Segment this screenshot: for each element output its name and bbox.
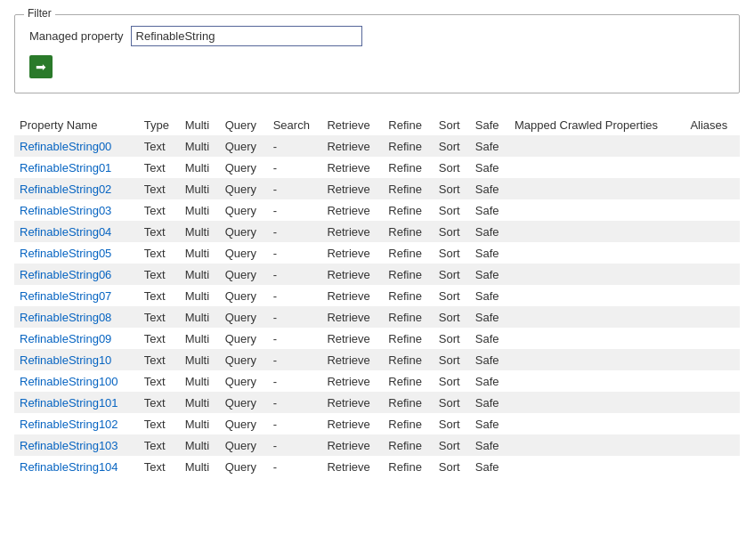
table-cell: Query (220, 264, 268, 285)
property-name-link[interactable]: RefinableString104 (14, 456, 139, 477)
table-cell: Query (220, 242, 268, 264)
table-cell: - (268, 349, 322, 370)
table-cell: Refine (383, 285, 434, 306)
table-cell: - (268, 456, 322, 477)
table-cell: Multi (180, 285, 220, 306)
table-cell: Safe (470, 434, 509, 456)
table-cell: Retrieve (321, 178, 383, 199)
table-cell: - (268, 199, 322, 221)
property-name-link[interactable]: RefinableString00 (14, 135, 139, 157)
table-cell: Refine (383, 306, 434, 328)
table-cell: Sort (434, 328, 470, 349)
table-cell: Refine (383, 135, 434, 157)
table-cell (509, 370, 685, 392)
table-cell: Refine (383, 328, 434, 349)
table-cell: Retrieve (321, 306, 383, 328)
table-cell: Safe (470, 370, 509, 392)
table-cell: Text (139, 370, 180, 392)
table-cell: - (268, 285, 322, 306)
table-cell: Safe (470, 157, 509, 178)
table-cell: Multi (180, 392, 220, 413)
table-cell: Sort (434, 157, 470, 178)
table-cell: Multi (180, 199, 220, 221)
col-multi: Multi (180, 115, 220, 135)
table-cell: Text (139, 221, 180, 242)
property-name-link[interactable]: RefinableString101 (14, 392, 139, 413)
table-row: RefinableString04TextMultiQuery-Retrieve… (14, 221, 740, 242)
table-row: RefinableString03TextMultiQuery-Retrieve… (14, 199, 740, 221)
property-name-link[interactable]: RefinableString07 (14, 285, 139, 306)
property-name-link[interactable]: RefinableString03 (14, 199, 139, 221)
table-cell (509, 135, 685, 157)
table-cell: Text (139, 242, 180, 264)
managed-property-input[interactable] (131, 26, 362, 46)
table-cell: Multi (180, 221, 220, 242)
table-cell: Multi (180, 242, 220, 264)
table-row: RefinableString10TextMultiQuery-Retrieve… (14, 349, 740, 370)
properties-table: Property Name Type Multi Query Search Re… (14, 115, 740, 477)
table-cell (509, 242, 685, 264)
table-cell (685, 264, 740, 285)
table-cell: Safe (470, 178, 509, 199)
table-cell (509, 413, 685, 434)
table-cell (509, 221, 685, 242)
filter-go-button[interactable]: ➡ (29, 55, 53, 78)
table-cell: Text (139, 456, 180, 477)
property-name-link[interactable]: RefinableString02 (14, 178, 139, 199)
table-cell: - (268, 413, 322, 434)
property-name-link[interactable]: RefinableString102 (14, 413, 139, 434)
table-cell: Retrieve (321, 157, 383, 178)
property-name-link[interactable]: RefinableString05 (14, 242, 139, 264)
table-cell: Safe (470, 349, 509, 370)
table-cell: Text (139, 135, 180, 157)
property-name-link[interactable]: RefinableString10 (14, 349, 139, 370)
table-cell: - (268, 328, 322, 349)
property-name-link[interactable]: RefinableString100 (14, 370, 139, 392)
property-name-link[interactable]: RefinableString09 (14, 328, 139, 349)
property-name-link[interactable]: RefinableString06 (14, 264, 139, 285)
property-name-link[interactable]: RefinableString08 (14, 306, 139, 328)
table-cell: Safe (470, 306, 509, 328)
table-cell: Refine (383, 456, 434, 477)
table-row: RefinableString02TextMultiQuery-Retrieve… (14, 178, 740, 199)
table-row: RefinableString103TextMultiQuery-Retriev… (14, 434, 740, 456)
table-row: RefinableString100TextMultiQuery-Retriev… (14, 370, 740, 392)
table-container: Property Name Type Multi Query Search Re… (14, 115, 740, 477)
table-row: RefinableString08TextMultiQuery-Retrieve… (14, 306, 740, 328)
col-sort: Sort (434, 115, 470, 135)
table-cell: Refine (383, 199, 434, 221)
table-cell (685, 306, 740, 328)
table-cell: Multi (180, 349, 220, 370)
managed-property-label: Managed property (29, 29, 124, 43)
table-cell: - (268, 135, 322, 157)
table-cell: Query (220, 199, 268, 221)
table-cell: - (268, 242, 322, 264)
table-cell: Safe (470, 135, 509, 157)
table-cell: - (268, 370, 322, 392)
table-cell: Safe (470, 221, 509, 242)
table-cell: Refine (383, 178, 434, 199)
table-cell: Sort (434, 306, 470, 328)
table-cell: Query (220, 413, 268, 434)
table-cell: Text (139, 264, 180, 285)
table-cell: Safe (470, 264, 509, 285)
table-cell: Sort (434, 349, 470, 370)
table-cell: Retrieve (321, 199, 383, 221)
table-cell: Multi (180, 157, 220, 178)
table-cell: Multi (180, 413, 220, 434)
property-name-link[interactable]: RefinableString04 (14, 221, 139, 242)
table-cell: Text (139, 349, 180, 370)
property-name-link[interactable]: RefinableString01 (14, 157, 139, 178)
property-name-link[interactable]: RefinableString103 (14, 434, 139, 456)
table-cell: Sort (434, 413, 470, 434)
table-row: RefinableString06TextMultiQuery-Retrieve… (14, 264, 740, 285)
table-cell (509, 456, 685, 477)
table-cell: Text (139, 392, 180, 413)
table-cell: Retrieve (321, 264, 383, 285)
table-cell (685, 199, 740, 221)
table-cell (685, 456, 740, 477)
table-row: RefinableString09TextMultiQuery-Retrieve… (14, 328, 740, 349)
table-cell: Text (139, 328, 180, 349)
table-cell: Refine (383, 434, 434, 456)
table-cell (685, 242, 740, 264)
